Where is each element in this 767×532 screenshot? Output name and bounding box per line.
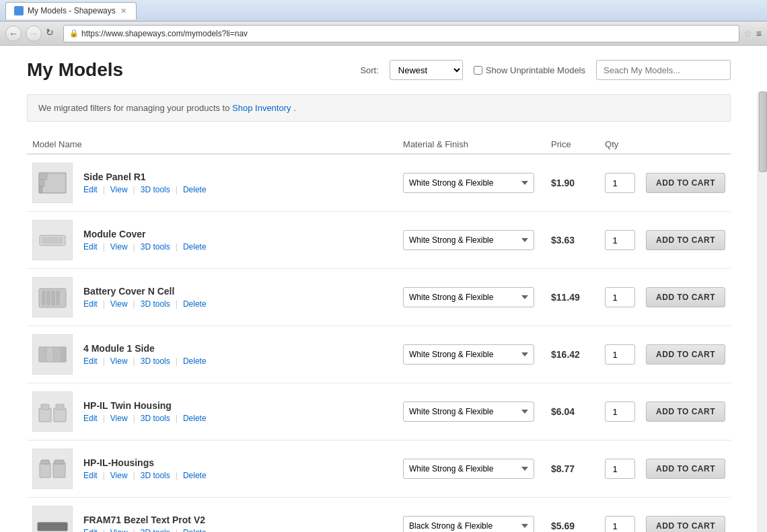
- edit-link[interactable]: Edit: [83, 471, 98, 480]
- table-row: 4 Module 1 Side Edit | View | 3D tools |…: [27, 326, 731, 383]
- view-link[interactable]: View: [110, 471, 128, 480]
- price-cell: $1.90: [546, 154, 599, 212]
- scrollbar-thumb[interactable]: [759, 91, 767, 172]
- scrollbar-track[interactable]: [758, 91, 767, 532]
- cart-cell: ADD TO CART: [641, 498, 731, 533]
- model-name-cell: Side Panel R1 Edit | View | 3D tools | D…: [78, 154, 398, 212]
- model-actions: Edit | View | 3D tools | Delete: [83, 528, 392, 532]
- price-cell: $11.49: [546, 269, 599, 326]
- forward-button[interactable]: →: [26, 26, 42, 42]
- material-select[interactable]: Black Strong & Flexible White Strong & F…: [403, 516, 534, 532]
- material-cell: Black Strong & Flexible White Strong & F…: [398, 498, 546, 533]
- refresh-button[interactable]: ↻: [46, 27, 59, 40]
- sort-select[interactable]: Newest Oldest Alphabetical Price: [390, 60, 463, 80]
- cart-cell: ADD TO CART: [641, 212, 731, 269]
- model-thumbnail: [32, 506, 73, 532]
- svg-rect-17: [54, 408, 66, 422]
- svg-rect-25: [39, 524, 66, 529]
- cart-cell: ADD TO CART: [641, 269, 731, 326]
- model-thumbnail: [32, 163, 73, 203]
- price-cell: $3.63: [546, 212, 599, 269]
- view-link[interactable]: View: [110, 299, 128, 309]
- qty-input[interactable]: [605, 173, 635, 193]
- add-to-cart-button[interactable]: ADD TO CART: [646, 230, 725, 250]
- delete-link[interactable]: Delete: [183, 356, 207, 366]
- edit-link[interactable]: Edit: [83, 356, 98, 366]
- show-unprintable-label[interactable]: Show Unprintable Models: [474, 65, 585, 75]
- tools-3d-link[interactable]: 3D tools: [141, 242, 170, 252]
- svg-rect-18: [41, 404, 49, 410]
- th-cart: [641, 135, 731, 154]
- delete-link[interactable]: Delete: [183, 471, 207, 480]
- view-link[interactable]: View: [110, 242, 128, 252]
- qty-input[interactable]: [605, 344, 635, 365]
- tab-close-button[interactable]: ✕: [120, 7, 128, 15]
- address-bar[interactable]: 🔒 https://www.shapeways.com/mymodels?li=…: [63, 25, 739, 42]
- material-select[interactable]: White Strong & Flexible White Strong & F…: [403, 402, 534, 422]
- view-link[interactable]: View: [110, 414, 128, 423]
- add-to-cart-button[interactable]: ADD TO CART: [646, 402, 725, 422]
- delete-link[interactable]: Delete: [183, 414, 207, 423]
- model-thumb-cell: [27, 498, 78, 533]
- view-link[interactable]: View: [110, 356, 128, 366]
- qty-input[interactable]: [605, 402, 635, 422]
- svg-rect-3: [39, 186, 42, 193]
- material-cell: White Strong & Flexible White Strong & F…: [398, 212, 546, 269]
- edit-link[interactable]: Edit: [83, 242, 98, 252]
- edit-link[interactable]: Edit: [83, 185, 98, 194]
- model-thumbnail: [32, 220, 73, 260]
- view-link[interactable]: View: [110, 185, 128, 194]
- search-input[interactable]: [596, 60, 731, 80]
- menu-icon[interactable]: ≡: [756, 28, 762, 39]
- lock-icon: 🔒: [69, 29, 79, 38]
- material-select[interactable]: White Strong & Flexible White Strong & F…: [403, 287, 534, 307]
- model-name-cell: 4 Module 1 Side Edit | View | 3D tools |…: [78, 326, 398, 383]
- view-link[interactable]: View: [110, 528, 128, 532]
- page-wrapper: My Models Sort: Newest Oldest Alphabetic…: [0, 46, 767, 532]
- browser-tab[interactable]: My Models - Shapeways ✕: [5, 2, 137, 20]
- edit-link[interactable]: Edit: [83, 299, 98, 309]
- material-select[interactable]: White Strong & Flexible White Strong & F…: [403, 344, 534, 365]
- add-to-cart-button[interactable]: ADD TO CART: [646, 344, 725, 365]
- model-name-cell: Battery Cover N Cell Edit | View | 3D to…: [78, 269, 398, 326]
- svg-rect-14: [54, 347, 61, 362]
- tools-3d-link[interactable]: 3D tools: [141, 299, 170, 309]
- page-title: My Models: [27, 59, 123, 81]
- svg-rect-22: [53, 463, 65, 478]
- svg-rect-19: [56, 404, 64, 410]
- qty-input[interactable]: [605, 230, 635, 250]
- bookmark-star-icon[interactable]: ☆: [743, 28, 752, 39]
- material-select[interactable]: White Strong & Flexible White Strong & F…: [403, 459, 534, 479]
- add-to-cart-button[interactable]: ADD TO CART: [646, 173, 725, 193]
- material-cell: White Strong & Flexible White Strong & F…: [398, 441, 546, 498]
- material-select[interactable]: White Strong & Flexible White Strong & F…: [403, 230, 534, 250]
- material-select[interactable]: White Strong & Flexible White Strong & F…: [403, 173, 534, 193]
- edit-link[interactable]: Edit: [83, 528, 98, 532]
- shop-inventory-link[interactable]: Shop Inventory: [232, 103, 291, 113]
- delete-link[interactable]: Delete: [183, 299, 207, 309]
- tools-3d-link[interactable]: 3D tools: [141, 471, 170, 480]
- qty-input[interactable]: [605, 287, 635, 307]
- qty-input[interactable]: [605, 459, 635, 479]
- add-to-cart-button[interactable]: ADD TO CART: [646, 287, 725, 307]
- svg-rect-10: [57, 291, 59, 305]
- back-button[interactable]: ←: [5, 26, 22, 42]
- delete-link[interactable]: Delete: [183, 528, 207, 532]
- delete-link[interactable]: Delete: [183, 242, 207, 252]
- qty-cell: [599, 441, 641, 498]
- qty-input[interactable]: [605, 516, 635, 532]
- add-to-cart-button[interactable]: ADD TO CART: [646, 459, 725, 479]
- delete-link[interactable]: Delete: [183, 185, 207, 194]
- edit-link[interactable]: Edit: [83, 414, 98, 423]
- material-cell: White Strong & Flexible White Strong & F…: [398, 383, 546, 441]
- show-unprintable-checkbox[interactable]: [474, 66, 482, 75]
- tools-3d-link[interactable]: 3D tools: [141, 185, 170, 194]
- tools-3d-link[interactable]: 3D tools: [141, 528, 170, 532]
- tab-favicon: [14, 6, 24, 15]
- model-name: HP-IL Twin Housing: [83, 400, 392, 411]
- add-to-cart-button[interactable]: ADD TO CART: [646, 516, 725, 532]
- qty-cell: [599, 269, 641, 326]
- svg-rect-12: [39, 347, 46, 362]
- tools-3d-link[interactable]: 3D tools: [141, 356, 170, 366]
- tools-3d-link[interactable]: 3D tools: [141, 414, 170, 423]
